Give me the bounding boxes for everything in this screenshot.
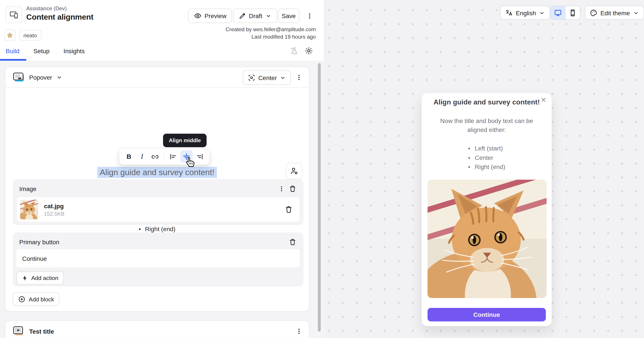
image-file-row: cat.jpg 152.5KB — [17, 197, 299, 222]
kebab-icon — [295, 74, 303, 81]
edit-theme-label: Edit theme — [600, 9, 630, 16]
favorite-button[interactable] — [4, 29, 16, 41]
button-text-input[interactable]: Continue — [16, 249, 300, 267]
bolt-icon — [22, 275, 28, 281]
editor-card-header: Popover Center — [5, 67, 309, 88]
tab-bar: Build Setup Insights — [0, 46, 85, 61]
align-start-icon — [169, 153, 178, 161]
builder-panel: Assistance (Dev) Content alignment neato… — [0, 0, 324, 338]
trash-icon[interactable] — [285, 205, 293, 214]
preview-continue-button[interactable]: Continue — [428, 308, 546, 322]
status-dropdown[interactable]: Draft — [233, 8, 277, 23]
settings-gear-icon[interactable] — [304, 46, 313, 55]
active-tab-underline — [0, 59, 26, 61]
bold-button[interactable]: B — [123, 151, 135, 163]
video-block-icon — [13, 326, 24, 337]
link-button[interactable] — [149, 151, 161, 163]
preview-body: Now the title and body text can be align… — [434, 116, 539, 135]
kebab-icon — [306, 12, 314, 20]
primary-button-delete[interactable] — [286, 237, 298, 246]
align-end-icon — [196, 153, 204, 161]
add-block-button[interactable]: Add block — [13, 292, 59, 306]
status-label: Draft — [249, 12, 262, 19]
save-label: Save — [282, 12, 296, 19]
add-action-button[interactable]: Add action — [16, 272, 64, 285]
chevron-down-icon — [633, 9, 639, 16]
align-start-button[interactable] — [167, 151, 180, 163]
mobile-toggle[interactable] — [566, 6, 580, 19]
bullet-item[interactable]: Right (end) — [139, 225, 176, 233]
language-label: English — [516, 9, 536, 16]
plus-circle-icon — [18, 296, 26, 303]
position-dropdown[interactable]: Center — [243, 70, 291, 85]
hand-cursor — [184, 157, 195, 168]
star-icon — [6, 32, 13, 39]
preview-canvas: English — [324, 0, 644, 338]
popover-block-icon — [13, 72, 25, 83]
tab-insights[interactable]: Insights — [64, 46, 85, 61]
block-overflow-menu[interactable] — [294, 73, 304, 82]
guide-heading-row: Align guide and survey content! — [5, 167, 309, 178]
block-type-dropdown[interactable]: Popover — [13, 72, 62, 83]
align-end-button[interactable] — [194, 151, 206, 163]
popover-editor-card: Popover Center Al — [5, 67, 309, 311]
test-card-menu[interactable] — [294, 326, 304, 336]
preview-bullet-list: Left (start) Center Right (end) — [422, 144, 552, 171]
add-block-label: Add block — [29, 296, 54, 302]
tab-setup[interactable]: Setup — [34, 46, 50, 61]
kebab-icon — [295, 328, 303, 335]
chevron-down-icon — [539, 9, 545, 16]
link-icon — [151, 153, 159, 161]
tab-build[interactable]: Build — [6, 46, 20, 61]
image-block-menu[interactable] — [276, 184, 286, 193]
tag-chip[interactable]: neato — [19, 30, 41, 40]
test-title-card: Test title — [5, 321, 309, 338]
italic-button[interactable]: I — [136, 151, 148, 163]
text-format-toolbar: B I — [119, 149, 210, 165]
image-block-delete[interactable] — [286, 184, 298, 193]
desktop-toggle[interactable] — [551, 6, 565, 19]
panel-scrollbar[interactable] — [318, 63, 321, 332]
close-icon — [540, 97, 546, 103]
language-dropdown[interactable]: English — [500, 6, 550, 20]
edit-theme-dropdown[interactable]: Edit theme — [585, 6, 644, 20]
next-block-title[interactable]: Test title — [29, 328, 289, 335]
guide-type-icon — [6, 6, 22, 23]
trash-icon — [288, 238, 296, 246]
close-button[interactable] — [540, 97, 546, 103]
image-block: Image cat.jpg — [13, 179, 304, 225]
app-context: Assistance (Dev) — [26, 5, 67, 11]
block-type-label: Popover — [29, 74, 52, 81]
trash-icon — [288, 185, 296, 192]
devices-icon — [9, 10, 19, 20]
chevron-down-icon — [265, 13, 271, 19]
eye-icon — [194, 12, 202, 20]
image-thumbnail — [20, 200, 38, 219]
image-filesize: 152.5KB — [44, 210, 285, 216]
personalize-button[interactable] — [286, 163, 302, 179]
monitor-icon — [554, 9, 562, 16]
created-by: Created by wes.feller@amplitude.com — [226, 26, 316, 32]
popover-preview: Align guide and survey content! Now the … — [422, 93, 552, 327]
preview-button[interactable]: Preview — [188, 8, 232, 23]
preview-title: Align guide and survey content! — [432, 97, 541, 107]
preview-cat-image — [428, 179, 546, 298]
app-root: Assistance (Dev) Content alignment neato… — [0, 0, 644, 338]
header-overflow-menu[interactable] — [305, 11, 314, 21]
page-title: Content alignment — [26, 13, 93, 21]
translate-icon — [505, 9, 513, 16]
primary-button-block: Primary button Continue Add action — [13, 232, 304, 287]
preview-label: Preview — [204, 12, 226, 19]
save-button[interactable]: Save — [278, 8, 300, 23]
last-modified: Last modified 19 hours ago — [252, 34, 316, 40]
experiment-flask-icon[interactable] — [290, 46, 298, 55]
user-gear-icon — [290, 167, 298, 175]
preview-bullet-item: Right (end) — [468, 162, 505, 171]
palette-icon — [590, 9, 598, 16]
pencil-icon — [239, 12, 246, 19]
chevron-down-icon — [56, 74, 62, 80]
guide-heading-text[interactable]: Align guide and survey content! — [97, 167, 217, 178]
position-center-icon — [248, 73, 256, 81]
kebab-icon — [278, 185, 285, 192]
image-block-label: Image — [19, 185, 36, 192]
